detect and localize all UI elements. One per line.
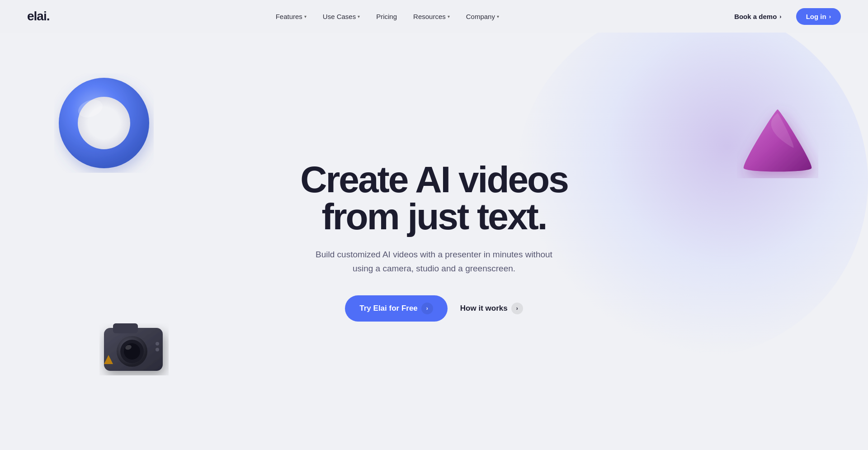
chevron-down-icon: ▾ (304, 14, 307, 19)
nav-resources[interactable]: Resources ▾ (407, 9, 456, 24)
nav-features[interactable]: Features ▾ (269, 9, 313, 24)
how-it-works-button[interactable]: How it works › (460, 303, 523, 314)
nav-use-cases[interactable]: Use Cases ▾ (316, 9, 366, 24)
hero-subtitle: Build customized AI videos with a presen… (307, 248, 561, 275)
hero-content: Create AI videos from just text. Build c… (300, 161, 568, 322)
svg-point-10 (156, 342, 159, 346)
hero-buttons: Try Elai for Free › How it works › (300, 295, 568, 322)
chevron-down-icon: ▾ (448, 14, 450, 19)
chevron-right-icon: › (829, 13, 831, 20)
svg-rect-4 (113, 323, 138, 333)
hero-title: Create AI videos from just text. (300, 161, 568, 235)
svg-point-2 (76, 97, 105, 121)
svg-point-0 (59, 78, 149, 168)
hero-blob (515, 33, 868, 358)
svg-point-8 (125, 344, 132, 351)
svg-point-7 (124, 343, 140, 360)
book-demo-button[interactable]: Book a demo › (725, 8, 791, 25)
chevron-down-icon: ▾ (497, 14, 499, 19)
navbar: elai. Features ▾ Use Cases ▾ Pricing Res… (0, 0, 868, 33)
nav-actions: Book a demo › Log in › (725, 8, 841, 25)
chevron-down-icon: ▾ (358, 14, 360, 19)
hero-section: Create AI videos from just text. Build c… (0, 33, 868, 450)
nav-links: Features ▾ Use Cases ▾ Pricing Resources… (269, 9, 505, 24)
svg-point-1 (78, 97, 130, 149)
login-button[interactable]: Log in › (796, 8, 841, 25)
svg-point-5 (117, 336, 147, 367)
chevron-right-icon: › (779, 13, 781, 20)
torus-decoration (54, 73, 154, 173)
svg-rect-3 (104, 328, 163, 371)
chevron-right-icon: › (421, 303, 433, 314)
svg-marker-9 (104, 355, 113, 364)
svg-point-11 (156, 348, 159, 351)
nav-pricing[interactable]: Pricing (370, 9, 403, 24)
camera-decoration (99, 314, 170, 382)
logo[interactable]: elai. (27, 9, 49, 24)
nav-company[interactable]: Company ▾ (460, 9, 505, 24)
try-free-button[interactable]: Try Elai for Free › (345, 295, 448, 322)
chevron-right-icon: › (511, 303, 523, 314)
triangle-decoration (737, 100, 818, 182)
svg-point-6 (120, 340, 144, 363)
